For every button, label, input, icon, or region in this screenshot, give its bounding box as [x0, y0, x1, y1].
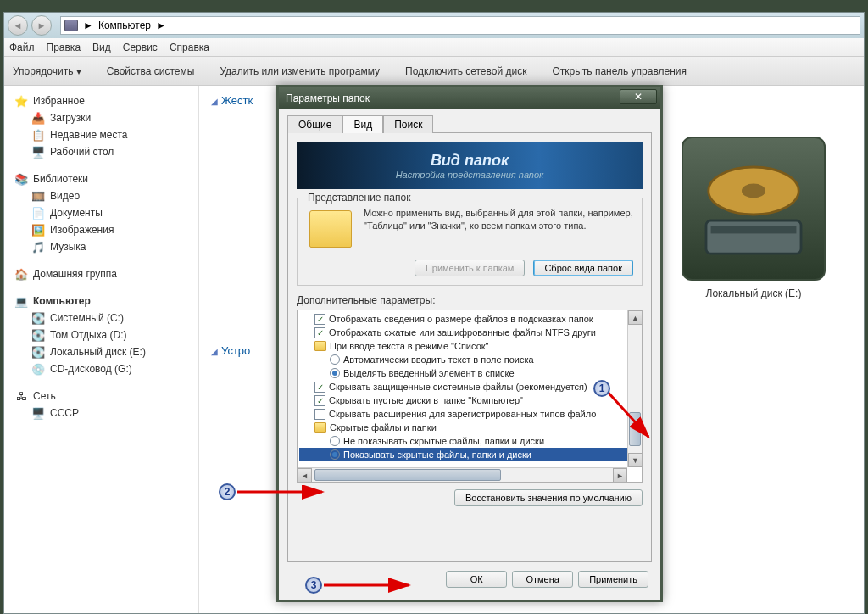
dialog-close-button[interactable]: ✕ [620, 89, 657, 104]
toolbar-organize[interactable]: Упорядочить ▾ [13, 65, 81, 77]
sidebar-item-recent[interactable]: 📋Недавние места [8, 126, 195, 143]
callout-3: 3 [305, 577, 322, 594]
sidebar-item-drive-c[interactable]: 💽Системный (C:) [8, 310, 195, 327]
star-icon: ⭐ [14, 94, 28, 108]
tab-general[interactable]: Общие [287, 115, 342, 133]
tree-item-label: Скрывать пустые диски в папке "Компьютер… [329, 395, 523, 405]
apply-to-folders-button[interactable]: Применить к папкам [415, 260, 526, 276]
arrow-annotation-3 [324, 578, 417, 595]
tree-checkbox-row[interactable]: Отображать сведения о размере файлов в п… [299, 312, 640, 326]
tab-view[interactable]: Вид [342, 115, 383, 133]
apply-button[interactable]: Применить [578, 571, 648, 588]
tree-radio-row[interactable]: Показывать скрытые файлы, папки и диски [299, 448, 640, 461]
reset-folders-button[interactable]: Сброс вида папок [533, 260, 633, 276]
sidebar: ⭐Избранное 📥Загрузки 📋Недавние места 🖥️Р… [4, 86, 199, 613]
tree-folder-row[interactable]: Скрытые файлы и папки [299, 421, 640, 434]
menubar: Файл Правка Вид Сервис Справка [4, 38, 864, 57]
nav-forward-button[interactable]: ► [31, 15, 52, 36]
sidebar-computer[interactable]: 💻Компьютер [8, 293, 195, 310]
checkbox-icon [314, 382, 326, 393]
tree-item-label: Скрытые файлы и папки [330, 422, 437, 433]
drive-item-e[interactable]: Локальный диск (E:) [677, 137, 830, 299]
radio-icon [330, 354, 340, 365]
toolbar-sysprops[interactable]: Свойства системы [107, 65, 195, 77]
scroll-up-button[interactable]: ▲ [628, 310, 643, 325]
radio-icon [330, 449, 340, 460]
address-sep1: ► [83, 20, 93, 31]
dialog-titlebar[interactable]: Параметры папок ✕ [279, 87, 660, 109]
sidebar-item-drive-e[interactable]: 💽Локальный диск (E:) [8, 343, 195, 360]
sidebar-item-desktop[interactable]: 🖥️Рабочий стол [8, 143, 195, 160]
tree-item-label: Не показывать скрытые файлы, папки и дис… [343, 436, 544, 446]
desktop-icon: 🖥️ [31, 145, 45, 159]
tree-checkbox-row[interactable]: Скрывать расширения для зарегистрированн… [299, 407, 640, 421]
tree-item-label: При вводе текста в режиме "Список" [330, 341, 488, 351]
sidebar-favorites[interactable]: ⭐Избранное [8, 92, 195, 109]
sidebar-item-drive-g[interactable]: 💿CD-дисковод (G:) [8, 360, 195, 377]
sidebar-item-downloads[interactable]: 📥Загрузки [8, 109, 195, 126]
sidebar-item-pictures[interactable]: 🖼️Изображения [8, 221, 195, 238]
sidebar-item-drive-d[interactable]: 💽Том Отдыха (D:) [8, 327, 195, 343]
arrow-annotation-2 [237, 485, 331, 502]
toolbar-ctrlpanel[interactable]: Открыть панель управления [552, 65, 687, 77]
scroll-right-button[interactable]: ► [613, 468, 627, 483]
horizontal-scrollbar[interactable]: ◄ ► [298, 467, 627, 482]
tree-radio-row[interactable]: Выделять введенный элемент в списке [299, 366, 640, 380]
folder-view-group: Представление папок Можно применить вид,… [297, 198, 643, 286]
menu-help[interactable]: Справка [170, 42, 209, 53]
titlebar: ◄ ► ► Компьютер ► [4, 13, 864, 38]
horizontal-thumb[interactable] [314, 469, 501, 481]
toolbar-uninstall[interactable]: Удалить или изменить программу [220, 65, 380, 77]
menu-edit[interactable]: Правка [47, 42, 81, 53]
arrow-annotation-1 [602, 386, 661, 449]
download-icon: 📥 [31, 111, 45, 125]
restore-defaults-button[interactable]: Восстановить значения по умолчанию [454, 489, 643, 506]
menu-tools[interactable]: Сервис [123, 42, 158, 53]
advanced-tree[interactable]: Отображать сведения о размере файлов в п… [297, 310, 643, 483]
computer-icon [64, 20, 78, 31]
tab-page-view: Вид папок Настройка представления папок … [287, 132, 652, 562]
sidebar-libraries[interactable]: 📚Библиотеки [8, 170, 195, 187]
tree-folder-row[interactable]: При вводе текста в режиме "Список" [299, 339, 640, 353]
scroll-left-button[interactable]: ◄ [298, 468, 312, 483]
svg-point-1 [742, 184, 765, 198]
cd-icon: 💿 [31, 362, 45, 376]
address-location[interactable]: Компьютер [98, 20, 151, 31]
sidebar-network[interactable]: 🖧Сеть [8, 388, 195, 405]
tree-item-label: Автоматически вводить текст в поле поиск… [343, 354, 534, 365]
ok-button[interactable]: ОК [446, 571, 507, 588]
svg-rect-2 [706, 220, 801, 254]
advanced-label: Дополнительные параметры: [297, 294, 643, 306]
scroll-down-button[interactable]: ▼ [628, 453, 643, 467]
tree-checkbox-row[interactable]: Отображать сжатые или зашифрованные файл… [299, 326, 640, 339]
dialog-title: Параметры папок [286, 92, 370, 104]
menu-view[interactable]: Вид [92, 42, 111, 53]
tree-item-label: Скрывать расширения для зарегистрированн… [329, 409, 596, 419]
radio-icon [330, 368, 340, 378]
libraries-icon: 📚 [14, 172, 28, 186]
callout-1: 1 [593, 380, 610, 397]
hdd-icon [682, 137, 826, 281]
tab-search[interactable]: Поиск [383, 115, 433, 133]
sidebar-item-documents[interactable]: 📄Документы [8, 204, 195, 221]
chevron-down-icon: ◢ [211, 347, 218, 356]
address-bar[interactable]: ► Компьютер ► [60, 16, 860, 35]
sidebar-item-network-pc[interactable]: 🖥️СССР [8, 405, 195, 421]
nav-back-button[interactable]: ◄ [8, 15, 28, 36]
tree-radio-row[interactable]: Не показывать скрытые файлы, папки и дис… [299, 434, 640, 448]
svg-line-4 [606, 390, 648, 437]
folder-icon [314, 341, 326, 351]
tree-item-label: Показывать скрытые файлы, папки и диски [343, 449, 531, 460]
toolbar: Упорядочить ▾ Свойства системы Удалить и… [4, 57, 864, 86]
toolbar-netdrive[interactable]: Подключить сетевой диск [405, 65, 526, 77]
cancel-button[interactable]: Отмена [512, 571, 573, 588]
tree-radio-row[interactable]: Автоматически вводить текст в поле поиск… [299, 353, 640, 366]
sidebar-homegroup[interactable]: 🏠Домашняя группа [8, 265, 195, 282]
menu-file[interactable]: Файл [9, 42, 35, 53]
document-icon: 📄 [31, 206, 45, 220]
tree-checkbox-row[interactable]: Скрывать пустые диски в папке "Компьютер… [299, 394, 640, 407]
drive-icon: 💽 [31, 345, 45, 359]
sidebar-item-video[interactable]: 🎞️Видео [8, 187, 195, 204]
tree-checkbox-row[interactable]: Скрывать защищенные системные файлы (рек… [299, 380, 640, 394]
sidebar-item-music[interactable]: 🎵Музыка [8, 238, 195, 255]
